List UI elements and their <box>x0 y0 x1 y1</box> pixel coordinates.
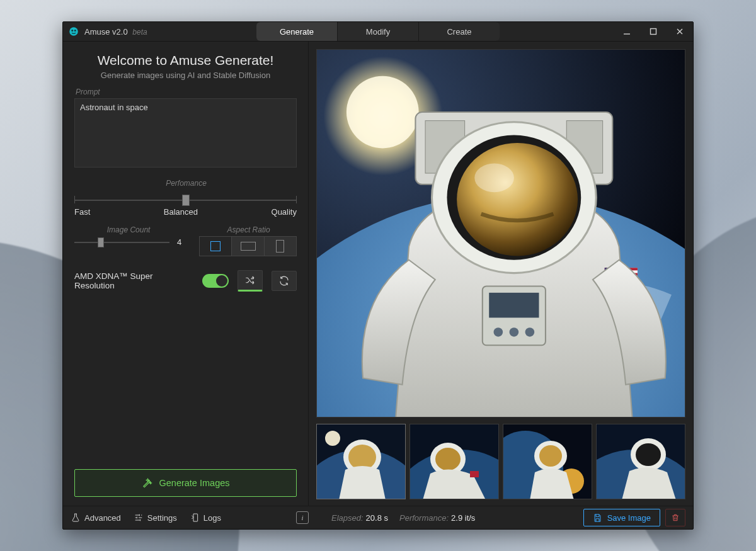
thumbnail-strip <box>316 424 685 499</box>
shuffle-icon <box>244 275 256 286</box>
image-count-slider[interactable] <box>74 236 169 247</box>
image-count-label: Image Count <box>76 225 181 234</box>
settings-button[interactable]: Settings <box>134 513 177 523</box>
aspect-portrait-button[interactable] <box>265 236 297 256</box>
content-area: Welcome to Amuse Generate! Generate imag… <box>63 42 693 506</box>
refresh-button[interactable] <box>272 271 297 291</box>
performance-stat-value: 2.9 it/s <box>451 513 475 523</box>
thumbnail-2[interactable] <box>410 424 499 499</box>
delete-button[interactable] <box>665 509 685 526</box>
perf-mid-label: Balanced <box>164 207 198 217</box>
sliders-icon <box>134 513 144 523</box>
app-logo-icon <box>68 26 79 37</box>
perf-max-label: Quality <box>272 207 297 217</box>
app-badge: beta <box>132 28 147 37</box>
elapsed-value: 20.8 s <box>366 513 388 523</box>
main-preview[interactable] <box>316 49 685 418</box>
app-window: Amuse v2.0 beta Generate Modify Create W… <box>62 21 694 530</box>
minimize-button[interactable] <box>614 22 640 41</box>
svg-point-31 <box>325 431 340 446</box>
generated-image <box>317 50 685 418</box>
svg-point-1 <box>71 30 73 31</box>
super-resolution-label: AMD XDNA™ Super Resolution <box>74 271 193 290</box>
generate-button[interactable]: Generate Images <box>74 469 297 497</box>
svg-point-47 <box>636 443 661 466</box>
svg-point-16 <box>474 163 514 192</box>
performance-label: Perfomance <box>76 179 297 188</box>
welcome-title: Welcome to Amuse Generate! <box>74 53 297 68</box>
controls-panel: Welcome to Amuse Generate! Generate imag… <box>63 42 309 506</box>
aspect-ratio-label: Aspect Ratio <box>200 225 297 234</box>
shuffle-button[interactable] <box>238 270 263 292</box>
prompt-label: Prompt <box>76 88 297 96</box>
window-controls <box>614 22 693 41</box>
svg-rect-38 <box>470 471 479 477</box>
svg-rect-18 <box>489 293 539 318</box>
image-count-value: 4 <box>177 237 181 247</box>
app-name: Amuse v2.0 <box>84 27 128 37</box>
svg-rect-4 <box>651 29 656 35</box>
svg-point-2 <box>74 30 76 31</box>
thumbnail-1[interactable] <box>316 424 406 499</box>
svg-point-20 <box>510 327 519 337</box>
svg-point-19 <box>494 327 503 337</box>
save-image-button[interactable]: Save Image <box>583 509 660 526</box>
results-panel <box>309 42 693 506</box>
generate-button-label: Generate Images <box>159 478 229 488</box>
svg-point-0 <box>69 27 78 36</box>
title-bar: Amuse v2.0 beta Generate Modify Create <box>63 22 693 42</box>
save-icon <box>593 513 602 523</box>
performance-slider[interactable]: Fast Balanced Quality <box>74 193 297 217</box>
status-bar: Advanced Settings Logs i Elapsed: 20.8 s… <box>63 506 693 529</box>
magic-wand-icon <box>141 477 152 489</box>
performance-stat-label: Performance: <box>399 513 449 523</box>
perf-min-label: Fast <box>74 207 90 217</box>
svg-point-9 <box>346 76 419 149</box>
close-button[interactable] <box>667 22 693 41</box>
tab-generate[interactable]: Generate <box>256 22 338 41</box>
thumbnail-4[interactable] <box>596 424 685 499</box>
welcome-subtitle: Generate images using AI and Stable Diff… <box>74 71 297 80</box>
flask-icon <box>71 513 81 523</box>
app-title: Amuse v2.0 beta <box>84 27 147 37</box>
advanced-button[interactable]: Advanced <box>71 513 121 523</box>
mode-tabs: Generate Modify Create <box>256 22 500 41</box>
prompt-input[interactable]: Astronaut in space <box>74 98 297 168</box>
info-button[interactable]: i <box>296 511 309 524</box>
trash-icon <box>671 513 680 522</box>
welcome-block: Welcome to Amuse Generate! Generate imag… <box>74 53 297 80</box>
svg-point-43 <box>539 445 562 467</box>
aspect-ratio-group: Aspect Ratio <box>199 225 297 256</box>
logs-icon <box>190 513 200 523</box>
tab-create[interactable]: Create <box>419 22 500 41</box>
maximize-button[interactable] <box>640 22 667 41</box>
image-count-group: Image Count 4 <box>74 225 181 256</box>
refresh-icon <box>278 275 290 287</box>
elapsed-label: Elapsed: <box>331 513 364 523</box>
thumbnail-3[interactable] <box>503 424 592 499</box>
svg-point-15 <box>457 143 578 256</box>
svg-point-37 <box>435 448 461 470</box>
svg-point-21 <box>525 327 535 337</box>
aspect-landscape-button[interactable] <box>232 236 264 256</box>
tab-modify[interactable]: Modify <box>338 22 419 41</box>
logs-button[interactable]: Logs <box>190 513 221 523</box>
aspect-square-button[interactable] <box>199 236 232 256</box>
super-resolution-toggle[interactable] <box>202 274 229 288</box>
